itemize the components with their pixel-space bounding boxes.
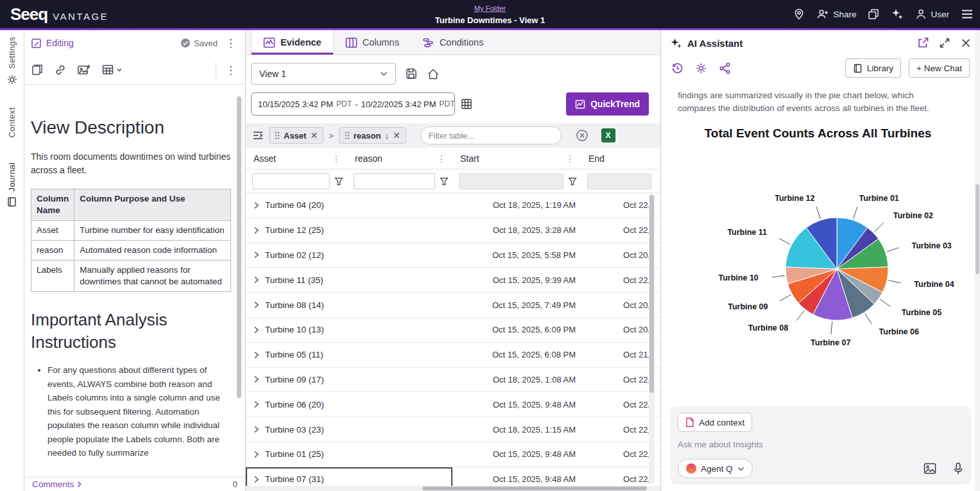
location-button[interactable] (793, 8, 805, 20)
column-header-start[interactable]: Start ⋮ (452, 153, 581, 164)
open-in-new-icon[interactable] (917, 37, 929, 49)
quicktrend-button[interactable]: QuickTrend (566, 92, 649, 116)
expand-row-chevron-icon[interactable] (254, 326, 259, 334)
asset-filter-input[interactable] (252, 173, 330, 189)
funnel-icon[interactable] (440, 177, 449, 185)
evidence-table-row[interactable]: Turbine 01 (25) Oct 15, 2025, 9:48 AM Oc… (246, 442, 660, 467)
asset-group-label: Turbine 07 (31) (265, 474, 324, 484)
breadcrumb-my-folder[interactable]: My Folder (474, 4, 506, 12)
comments-link[interactable]: Comments (32, 479, 82, 489)
sort-descending-icon[interactable]: ↓ (384, 131, 389, 141)
journal-description: This room documents downtimes on wind tu… (31, 150, 233, 177)
group-collapse-button[interactable] (252, 130, 264, 141)
add-context-button[interactable]: Add context (678, 413, 752, 432)
editing-mode-button[interactable]: Editing (31, 38, 74, 49)
expand-row-chevron-icon[interactable] (254, 375, 259, 383)
filter-table-input[interactable] (420, 126, 562, 144)
library-button[interactable]: Library (845, 58, 901, 78)
prompt-placeholder[interactable]: Ask me about Insights (678, 440, 963, 449)
evidence-table-row[interactable]: Turbine 06 (20) Oct 15, 2025, 9:48 AM Oc… (246, 392, 660, 417)
save-view-button[interactable] (405, 67, 418, 80)
rail-tab-journal[interactable]: Journal (0, 162, 24, 207)
insert-table-button[interactable] (101, 64, 123, 76)
microphone-icon[interactable] (953, 462, 963, 475)
share-nodes-icon[interactable] (719, 62, 731, 74)
reason-filter-input[interactable] (354, 173, 435, 189)
date-grid-button[interactable] (461, 98, 472, 110)
evidence-table-row[interactable]: Turbine 05 (11) Oct 15, 2025, 6:08 PM Oc… (246, 343, 660, 368)
group-chip-reason[interactable]: reason ↓ ✕ (339, 127, 406, 144)
expand-row-chevron-icon[interactable] (254, 251, 259, 259)
view-select-dropdown[interactable]: View 1 (251, 63, 396, 85)
date-range-input[interactable]: 10/15/2025 3:42 PM PDT - 10/22/2025 3:42… (251, 92, 455, 116)
evidence-table-row[interactable]: Turbine 11 (35) Oct 15, 2025, 9:39 AM Oc… (246, 268, 660, 293)
evidence-table-row[interactable]: Turbine 08 (14) Oct 15, 2025, 7:49 PM Oc… (246, 293, 660, 318)
rail-tab-context[interactable]: Context (0, 107, 24, 138)
export-excel-button[interactable]: X (601, 128, 615, 142)
evidence-hscroll-thumb[interactable] (422, 487, 647, 490)
journal-header-kebab-menu[interactable]: ⋮ (223, 37, 239, 50)
share-button[interactable]: Share (816, 8, 856, 20)
column-header-reason[interactable]: reason ⋮ (347, 153, 452, 164)
tab-conditions[interactable]: Conditions (411, 30, 495, 55)
expand-row-chevron-icon[interactable] (254, 476, 259, 483)
funnel-icon[interactable] (334, 177, 343, 185)
funnel-icon[interactable] (568, 177, 577, 185)
seeq-vantage-logo[interactable]: Seeq VANTAGE (0, 4, 180, 24)
evidence-table-row[interactable]: Turbine 10 (13) Oct 15, 2025, 6:09 PM Oc… (246, 318, 660, 343)
ai-sparkle-button[interactable] (891, 8, 904, 21)
expand-row-chevron-icon[interactable] (254, 401, 259, 408)
evidence-table-row[interactable]: Turbine 03 (23) Oct 18, 2025, 1:15 AM Oc… (246, 417, 660, 442)
asset-column-menu-icon[interactable]: ⋮ (329, 153, 343, 164)
expand-row-chevron-icon[interactable] (254, 351, 259, 359)
save-disk-icon (405, 67, 418, 80)
user-menu[interactable]: User (915, 8, 949, 20)
journal-toolbar-kebab-menu[interactable]: ⋮ (223, 64, 239, 77)
evidence-vscroll-thumb[interactable] (649, 195, 654, 393)
pie-leader-line (865, 313, 872, 324)
column-header-end[interactable]: End (581, 153, 660, 164)
reason-column-menu-icon[interactable]: ⋮ (434, 153, 449, 164)
evidence-panel: Evidence Columns Conditions View 1 (246, 30, 661, 491)
agent-select-dropdown[interactable]: Agent Q (678, 459, 753, 478)
context-label: Context (7, 107, 17, 138)
attach-image-icon[interactable] (924, 463, 936, 474)
remove-reason-chip-icon[interactable]: ✕ (393, 130, 400, 141)
journal-scrollbar-thumb[interactable] (237, 96, 241, 398)
expand-row-chevron-icon[interactable] (254, 227, 259, 234)
expand-icon[interactable] (939, 37, 950, 49)
start-column-menu-icon[interactable]: ⋮ (563, 153, 577, 164)
evidence-table-row[interactable]: Turbine 02 (12) Oct 15, 2025, 5:58 PM Oc… (246, 243, 660, 268)
tab-columns-label: Columns (363, 37, 399, 47)
gear-icon[interactable] (695, 62, 707, 74)
rail-tab-settings[interactable]: Settings (0, 37, 24, 85)
evidence-table-row[interactable]: Turbine 12 (25) Oct 18, 2025, 3:28 AM Oc… (246, 218, 660, 243)
saved-label: Saved (194, 39, 218, 48)
close-icon[interactable] (961, 38, 971, 48)
location-pin-icon (793, 8, 805, 20)
tab-evidence[interactable]: Evidence (251, 30, 334, 55)
sparkles-icon (891, 8, 904, 21)
right-scrollbar-thumb[interactable] (976, 184, 979, 274)
history-icon[interactable] (671, 62, 683, 74)
insert-journal-button[interactable] (31, 64, 44, 76)
expand-row-chevron-icon[interactable] (254, 202, 259, 209)
insert-image-button[interactable] (77, 64, 91, 76)
expand-row-chevron-icon[interactable] (254, 451, 259, 458)
remove-asset-chip-icon[interactable]: ✕ (310, 130, 318, 141)
new-chat-button[interactable]: + New Chat (909, 58, 970, 78)
hamburger-menu-button[interactable] (961, 9, 974, 19)
evidence-table-row[interactable]: Turbine 09 (17) Oct 18, 2025, 1:08 AM Oc… (246, 368, 660, 393)
tab-columns[interactable]: Columns (334, 30, 411, 55)
evidence-table-row[interactable]: Turbine 04 (20) Oct 18, 2025, 1:19 AM Oc… (246, 193, 660, 218)
expand-row-chevron-icon[interactable] (254, 426, 259, 433)
insert-link-button[interactable] (54, 64, 67, 76)
group-chip-asset[interactable]: Asset ✕ (269, 127, 323, 144)
expand-row-chevron-icon[interactable] (254, 276, 259, 284)
expand-row-chevron-icon[interactable] (254, 301, 259, 309)
columns-icon (345, 37, 357, 48)
clear-filters-button[interactable] (576, 129, 589, 142)
home-button[interactable] (427, 68, 440, 80)
column-header-asset[interactable]: Asset ⋮ (246, 153, 347, 164)
worksheets-button[interactable] (868, 8, 879, 20)
